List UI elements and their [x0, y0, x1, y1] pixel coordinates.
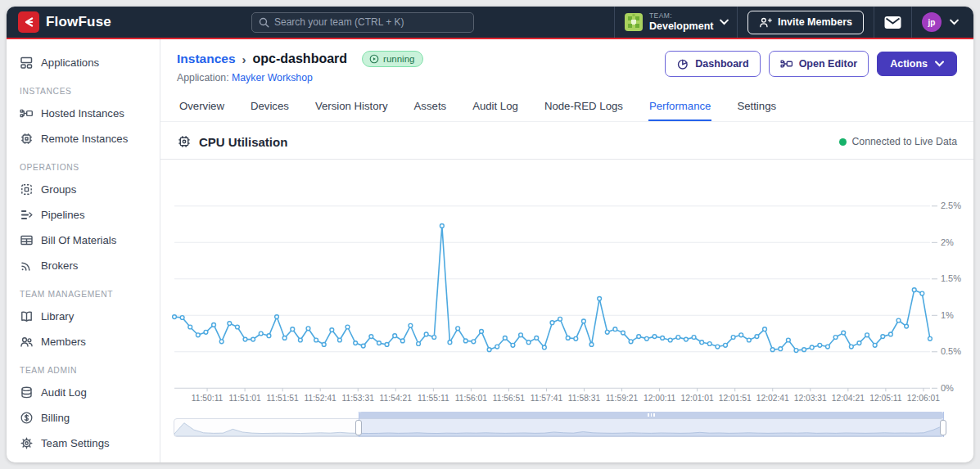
sidebar-item-applications[interactable]: Applications [7, 51, 160, 74]
svg-text:11:50:11: 11:50:11 [192, 394, 224, 403]
svg-text:12:01:01: 12:01:01 [681, 394, 714, 403]
cpu-chart[interactable]: 0%0.5%1%1.5%2%2.5%11:50:1111:51:0111:51:… [160, 160, 973, 407]
sidebar-item-groups[interactable]: Groups [7, 178, 160, 201]
svg-text:0.5%: 0.5% [941, 346, 961, 356]
sidebar: Applications INSTANCES Hosted Instances [7, 39, 160, 462]
cpu-chart-svg[interactable]: 0%0.5%1%1.5%2%2.5%11:50:1111:51:0111:51:… [160, 161, 973, 407]
svg-text:11:52:41: 11:52:41 [305, 394, 337, 403]
users-icon [20, 335, 34, 349]
svg-text:2%: 2% [941, 237, 954, 247]
dashboard-button[interactable]: Dashboard [665, 51, 760, 77]
table-icon [20, 233, 34, 247]
sidebar-item-audit-log[interactable]: Audit Log [7, 381, 160, 404]
sidebar-item-label: Bill Of Materials [41, 234, 116, 246]
team-name: Development [649, 20, 714, 32]
open-editor-button[interactable]: Open Editor [769, 51, 869, 77]
panel-title-label: CPU Utilisation [199, 135, 287, 149]
brush-grip[interactable] [359, 412, 943, 418]
sidebar-item-label: Library [41, 310, 74, 322]
chevron-down-icon [935, 61, 944, 67]
sidebar-item-pipelines[interactable]: Pipelines [7, 203, 160, 227]
sidebar-item-billing[interactable]: Billing [7, 406, 160, 430]
sidebar-section-team-management: TEAM MANAGEMENT [7, 279, 160, 304]
time-range-brush[interactable] [174, 412, 944, 440]
svg-text:12:03:31: 12:03:31 [794, 394, 827, 403]
pipelines-icon [20, 208, 34, 222]
flowfuse-logo[interactable]: FlowFuse [18, 11, 111, 33]
notifications-button[interactable] [884, 16, 901, 29]
live-status-label: Connected to Live Data [851, 136, 957, 147]
sidebar-item-members[interactable]: Members [7, 330, 160, 354]
application-link[interactable]: Mayker Workshop [232, 72, 313, 83]
tab-performance[interactable]: Performance [648, 93, 712, 121]
book-icon [20, 309, 34, 323]
svg-text:11:58:31: 11:58:31 [568, 394, 601, 403]
tab-node-red-logs[interactable]: Node-RED Logs [544, 93, 624, 121]
team-info: TEAM: Development [649, 12, 714, 32]
search-input[interactable] [274, 16, 467, 28]
team-search[interactable] [251, 12, 474, 33]
app-window: FlowFuse [7, 7, 973, 462]
svg-text:12:01:51: 12:01:51 [719, 394, 752, 403]
sidebar-item-label: Pipelines [41, 209, 85, 221]
svg-text:12:02:41: 12:02:41 [756, 394, 789, 403]
tab-assets[interactable]: Assets [413, 93, 448, 121]
sidebar-item-label: Billing [41, 412, 70, 424]
application-line: Application: Mayker Workshop [177, 72, 423, 83]
svg-text:11:56:51: 11:56:51 [493, 394, 526, 403]
tab-settings[interactable]: Settings [736, 93, 777, 121]
gear-icon [20, 436, 34, 450]
user-menu[interactable]: jp [911, 7, 973, 38]
svg-text:11:55:11: 11:55:11 [418, 394, 449, 403]
svg-text:2.5%: 2.5% [941, 201, 961, 210]
actions-button[interactable]: Actions [877, 52, 957, 76]
live-status: Connected to Live Data [839, 136, 957, 147]
applications-icon [20, 56, 34, 70]
sidebar-item-brokers[interactable]: Brokers [7, 254, 160, 277]
brush-handle-right[interactable] [940, 420, 946, 435]
search-icon [259, 17, 269, 28]
sidebar-section-team-admin: TEAM ADMIN [7, 355, 160, 381]
sidebar-item-team-settings[interactable]: Team Settings [7, 431, 160, 455]
invite-members-label: Invite Members [778, 16, 852, 28]
breadcrumb-instances-link[interactable]: Instances [177, 52, 236, 66]
sidebar-item-remote-instances[interactable]: Remote Instances [7, 127, 160, 151]
sidebar-item-hosted-instances[interactable]: Hosted Instances [7, 101, 160, 125]
svg-text:12:04:21: 12:04:21 [832, 394, 865, 403]
sidebar-item-label: Audit Log [41, 386, 87, 399]
brush-handle-left[interactable] [355, 420, 362, 435]
avatar: jp [922, 12, 942, 32]
flowfuse-logo-icon [18, 11, 39, 33]
tab-devices[interactable]: Devices [250, 93, 290, 121]
svg-text:11:59:21: 11:59:21 [606, 394, 639, 403]
node-editor-icon [780, 57, 793, 70]
svg-text:0%: 0% [941, 383, 954, 393]
sidebar-item-label: Hosted Instances [41, 107, 124, 120]
sidebar-item-label: Brokers [41, 259, 78, 272]
grip-dot [651, 413, 653, 417]
tab-audit-log[interactable]: Audit Log [472, 93, 519, 121]
status-badge-label: running [383, 54, 414, 64]
invite-members-button[interactable]: Invite Members [747, 11, 864, 34]
svg-text:11:54:21: 11:54:21 [380, 394, 413, 403]
brush-selection[interactable] [359, 412, 944, 437]
sidebar-item-label: Members [41, 336, 86, 348]
sidebar-section-operations: OPERATIONS [7, 152, 160, 178]
sidebar-item-bill-of-materials[interactable]: Bill Of Materials [7, 228, 160, 252]
user-add-icon [759, 16, 772, 29]
sidebar-item-library[interactable]: Library [7, 304, 160, 328]
cpu-chip-icon [177, 134, 192, 149]
sidebar-item-label: Applications [41, 56, 99, 69]
tab-version-history[interactable]: Version History [314, 93, 389, 121]
svg-text:11:56:01: 11:56:01 [455, 394, 488, 403]
top-navbar: FlowFuse [7, 7, 973, 39]
team-label: TEAM: [649, 12, 714, 20]
svg-text:12:00:11: 12:00:11 [644, 394, 676, 403]
svg-text:11:57:41: 11:57:41 [531, 394, 563, 403]
open-editor-button-label: Open Editor [799, 58, 858, 70]
instance-name: opc-dashboard [253, 52, 348, 66]
chevron-down-icon [720, 19, 729, 25]
sidebar-section-instances: INSTANCES [7, 76, 160, 101]
tab-overview[interactable]: Overview [178, 93, 225, 121]
team-selector[interactable]: TEAM: Development [614, 7, 737, 38]
